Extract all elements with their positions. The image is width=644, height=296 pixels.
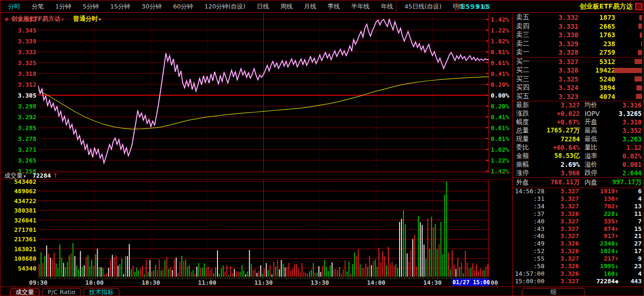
price-axis-label: 3.271	[0, 146, 36, 153]
tick-volume: 136↑	[579, 195, 619, 202]
symbol-header: 159915 创业板ETF易方达 权	[456, 0, 644, 13]
tick-price: 3.327	[544, 225, 579, 232]
tick-time: :34	[513, 203, 544, 210]
bid-row[interactable]: 买三3.3255240	[513, 75, 644, 84]
bid-row[interactable]: 买五3.3234074	[513, 92, 644, 101]
tick-time: 14:56:28	[513, 188, 544, 195]
tick-time: :31	[513, 195, 544, 202]
down-arrow-icon: ↓	[615, 240, 619, 247]
price-plot[interactable]	[38, 13, 489, 172]
volume-bar	[140, 269, 141, 277]
ask-row[interactable]: 卖一3.3282759	[513, 48, 644, 57]
stat-label: 最低	[580, 135, 607, 143]
volume-bar	[54, 253, 55, 277]
menu-item-1[interactable]: 分笔	[26, 2, 50, 11]
bid-row[interactable]: 买四3.3243894	[513, 83, 644, 92]
menu-item-3[interactable]: 5分钟	[77, 2, 104, 11]
ask-row[interactable]: 卖二3.329238	[513, 40, 644, 49]
volume-bar	[253, 271, 254, 277]
ask-row[interactable]: 卖五3.3321873	[513, 13, 644, 22]
level-label: 买三	[513, 75, 538, 83]
tick-by-tick-list[interactable]: 14:56:283.3271919↑6:313.327136↑4:343.327…	[513, 188, 644, 285]
chart-mode-label: 普通分时	[73, 15, 98, 22]
time-axis-label: 10:00	[85, 279, 104, 286]
tick-volume-value: 136	[604, 195, 615, 202]
volume-bar	[412, 239, 413, 277]
tick-price: 3.326	[544, 270, 579, 277]
pct-axis-label: 0.41%	[491, 70, 509, 77]
menu-item-0[interactable]: 分时	[2, 2, 26, 11]
menu-item-5[interactable]: 30分钟	[136, 2, 167, 11]
volume-bar	[482, 271, 483, 277]
volume-bar	[251, 264, 252, 277]
menu-item-12[interactable]: 半年线	[345, 2, 375, 11]
tick-row: :313.327136↑4	[513, 195, 644, 203]
tick-row: :373.326228↓11	[513, 210, 644, 218]
tick-row: :343.327702↑13	[513, 203, 644, 210]
menu-item-10[interactable]: 月线	[298, 2, 322, 11]
tick-volume-value: 335	[604, 218, 615, 225]
tab-0[interactable]: 成交量	[10, 288, 40, 296]
volume-bar	[80, 251, 81, 277]
order-book: 卖五3.3321873卖四3.3312665卖三3.3301763卖二3.329…	[513, 13, 644, 101]
depth-bar	[635, 59, 642, 64]
volume-bar	[134, 272, 135, 277]
tick-time: :40	[513, 218, 544, 225]
menu-item-9[interactable]: 周线	[275, 2, 298, 11]
volume-bar	[358, 249, 359, 277]
level-volume: 2665	[578, 23, 615, 30]
volume-bar	[470, 267, 471, 277]
menu-item-6[interactable]: 60分钟	[167, 2, 199, 11]
tick-price: 3.326	[544, 240, 579, 247]
volume-bar	[476, 264, 477, 277]
volume-axis-label: 434722	[0, 197, 36, 205]
chart-symbol-dropdown[interactable]: ◈ 创业板ETF易方达▾	[4, 15, 64, 22]
menu-item-7[interactable]: 120分钟(自设)	[199, 2, 251, 11]
tick-time: :49	[513, 240, 544, 247]
volume-bar	[264, 269, 265, 277]
tab-2[interactable]: 技术指标	[84, 288, 119, 296]
bid-row[interactable]: 买二3.32619422	[513, 66, 644, 75]
menu-item-14[interactable]: 45日线(自设)	[399, 2, 447, 11]
intraday-price-pane[interactable]: ◈ 创业板ETF易方达▾ 普通分时▾ 3.3521.42%3.3451.22%3…	[0, 13, 512, 172]
menu-item-13[interactable]: 年线	[375, 2, 399, 11]
tab-1[interactable]: P/C Ratio	[42, 288, 81, 296]
volume-pane[interactable]: 5434010868016302121736127170132604138038…	[0, 180, 512, 278]
menu-item-4[interactable]: 15分钟	[105, 2, 136, 11]
volume-bar	[223, 265, 224, 277]
tick-volume: 72284◆	[579, 278, 619, 285]
pct-axis-label: 0.81%	[491, 49, 509, 56]
bid-row[interactable]: 买一3.3275312	[513, 58, 644, 66]
volume-bar	[174, 260, 175, 277]
stat-label: 涨停	[513, 169, 536, 177]
rights-badge[interactable]: 权	[635, 3, 643, 10]
volume-bar	[179, 262, 180, 277]
ask-row[interactable]: 卖四3.3312665	[513, 22, 644, 31]
volume-bar	[424, 245, 425, 277]
volume-bar	[418, 216, 419, 277]
menu-item-2[interactable]: 1分钟	[50, 2, 77, 11]
chevron-down-icon: ▾	[61, 17, 64, 22]
volume-bar	[178, 273, 179, 277]
volume-plot[interactable]	[38, 180, 489, 278]
level-label: 买五	[513, 92, 538, 101]
price-axis-label: 3.305	[0, 92, 36, 99]
tab-detail[interactable]: 细	[522, 288, 585, 296]
menu-item-11[interactable]: 季线	[322, 2, 345, 11]
minute-tick-strip	[38, 278, 489, 279]
diamond-icon: ◈	[4, 15, 9, 22]
ask-row[interactable]: 卖三3.3301763	[513, 31, 644, 40]
volume-bar	[108, 268, 109, 277]
volume-bar	[393, 266, 394, 277]
stat-value: +60.64%	[536, 144, 580, 151]
symbol-code[interactable]: 159915	[456, 3, 490, 10]
volume-bar	[194, 274, 195, 277]
menu-item-8[interactable]: 日线	[251, 2, 275, 11]
volume-bar	[191, 272, 192, 277]
volume-bar	[409, 262, 410, 277]
volume-bar	[136, 268, 137, 277]
volume-bar	[73, 243, 74, 277]
volume-bar	[234, 269, 235, 277]
chart-mode-dropdown[interactable]: 普通分时▾	[73, 15, 101, 22]
volume-bar	[146, 260, 147, 277]
